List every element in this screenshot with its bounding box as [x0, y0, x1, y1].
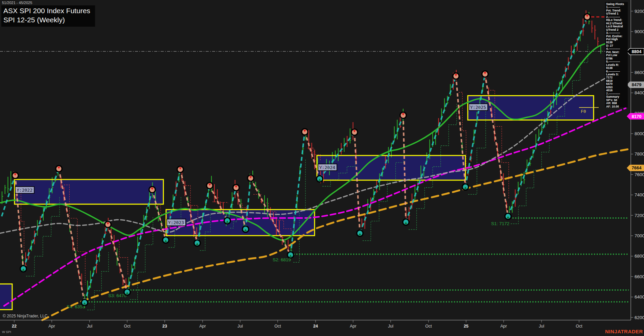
- swing-leg-up: [2, 175, 15, 216]
- time-tick-label: 22: [12, 324, 17, 329]
- price-tick-label: 7600: [635, 172, 644, 177]
- price-tick-label: 7200: [635, 213, 644, 218]
- swing-leg-up: [406, 76, 456, 222]
- time-tick-label: Oct: [274, 324, 281, 329]
- tab-w-spi[interactable]: W SPI: [2, 330, 11, 334]
- time-tick-label: Jul: [87, 324, 92, 329]
- time-tick-label: Jul: [539, 324, 544, 329]
- price-tick-label: 8000: [635, 131, 644, 136]
- swing-leg-up: [85, 224, 108, 303]
- year-box-fill: [317, 155, 465, 180]
- ninjatrader-chart-window: S1: 7172S2: 6819S3: 6470S4: 6353F0Y:2022…: [0, 0, 644, 336]
- price-chart-canvas[interactable]: S1: 7172S2: 6819S3: 6470S4: 6353F0Y:2022…: [0, 0, 644, 336]
- price-tick-label: 6200: [635, 315, 644, 320]
- time-tick-label: Oct: [124, 324, 131, 329]
- ninjatrader-logo: NINJATRADER: [605, 329, 643, 334]
- chart-title-line1: ASX SPI 200 Index Futures: [3, 6, 90, 16]
- support-label: S2: 6819: [273, 257, 291, 262]
- time-tick-label: Jul: [388, 324, 393, 329]
- price-marker-value: 8170: [632, 114, 642, 119]
- time-tick-label: Apr: [199, 324, 206, 329]
- price-tick-label: 9200: [635, 9, 644, 14]
- chart-title-line2: SPI 12-25 (Weekly): [3, 16, 90, 25]
- trail-step-green: [511, 45, 588, 224]
- year-label-text: Y:2025: [470, 105, 486, 110]
- price-tick-label: 7400: [635, 192, 644, 197]
- price-tick-label: 9000: [635, 29, 644, 34]
- swing-leg-up: [465, 74, 485, 187]
- time-tick-label: 24: [313, 324, 318, 329]
- time-tick-label: Apr: [48, 324, 55, 329]
- chart-title: ASX SPI 200 Index Futures SPI 12-25 (Wee…: [1, 5, 95, 27]
- price-tick-label: 6800: [635, 254, 644, 259]
- trail-step-red: [111, 241, 128, 274]
- trail-step-green: [130, 217, 153, 299]
- support-label: S3: 6470: [108, 293, 127, 298]
- swing-zigzag: [2, 17, 587, 303]
- time-tick-label: Apr: [500, 324, 507, 329]
- year-label-text: Y:2024: [319, 165, 335, 170]
- time-tick-label: Jul: [237, 324, 243, 329]
- time-tick-label: 25: [464, 324, 468, 329]
- time-tick-label: Oct: [425, 324, 432, 329]
- price-tick-label: 7000: [635, 233, 644, 238]
- year-box-fill: [0, 284, 12, 310]
- date-range-label: 51/2021 - 45/2025: [2, 1, 32, 5]
- price-marker-value: 7664: [632, 165, 642, 170]
- support-label: S1: 7172: [491, 221, 509, 226]
- time-tick-label: 23: [162, 324, 167, 329]
- price-marker-value: 8479: [632, 82, 642, 87]
- year-label-text: Y:2022: [17, 188, 32, 193]
- time-tick-label: Oct: [576, 324, 582, 329]
- panel-line: AF: 10.00: [606, 105, 628, 108]
- copyright-label: © 2025 NinjaTrader, LLC: [3, 314, 47, 318]
- trail-step-green: [26, 196, 60, 276]
- price-tick-label: 7800: [635, 151, 644, 157]
- time-tick-label: Apr: [350, 324, 356, 329]
- price-tick-label: 8400: [635, 90, 644, 95]
- price-tick-label: 6400: [635, 294, 644, 299]
- price-marker-value: 8804: [632, 49, 642, 54]
- swing-leg-up: [127, 190, 152, 292]
- year-label-text: Y:2023: [168, 220, 184, 225]
- f0-label: F0: [581, 109, 586, 114]
- price-tick-label: 8600: [635, 70, 644, 75]
- swing-pivots-panel: Swing Pivots1.------------Pvt. Trend:UTr…: [605, 2, 628, 107]
- price-tick-label: 6600: [635, 274, 644, 279]
- year-box-fill: [15, 179, 163, 204]
